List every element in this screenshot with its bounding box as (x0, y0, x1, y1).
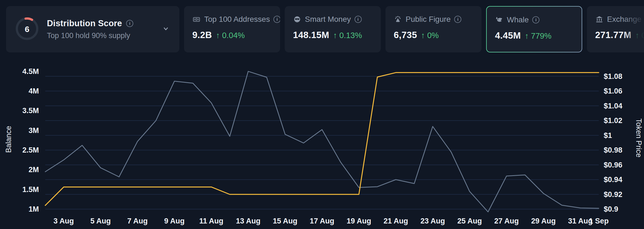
x-axis-tick: 27 Aug (494, 217, 519, 225)
distribution-score-title: Distribution Score (47, 18, 122, 28)
x-axis-tick: 7 Aug (127, 217, 148, 225)
stat-value: 4.45M (495, 30, 521, 41)
info-icon[interactable]: i (355, 16, 362, 23)
x-axis-tick: 11 Aug (199, 217, 223, 225)
y-axis-tick-right: $1.06 (604, 87, 622, 95)
stat-change: ↑ 0.04% (216, 31, 245, 40)
info-icon[interactable]: i (532, 16, 539, 23)
chevron-down-icon[interactable] (162, 25, 170, 34)
distribution-score-card[interactable]: 6 Distribution Score i Top 100 hold 90% … (6, 6, 179, 52)
x-axis-tick: 15 Aug (273, 217, 297, 225)
token-price-line-series (45, 73, 599, 205)
stat-value: 9.2B (192, 30, 212, 40)
y-axis-tick-left: 2.5M (22, 146, 39, 154)
public-figure-icon (394, 15, 402, 23)
y-axis-tick-right: $1.04 (604, 102, 622, 110)
stat-card-exchange[interactable]: Exchange i 271.77M ↑ 0% (587, 6, 644, 52)
x-axis-tick: 9 Aug (164, 217, 185, 225)
stat-title: Whale (507, 15, 529, 24)
x-axis-tick: 17 Aug (310, 217, 334, 225)
distribution-score-subtitle: Top 100 hold 90% supply (47, 31, 133, 40)
info-icon[interactable]: i (273, 16, 280, 23)
whale-icon (495, 16, 503, 24)
y-axis-tick-right: $0.92 (604, 190, 622, 199)
y-axis-tick-left: 3.5M (22, 106, 39, 115)
stat-card-top-100-addresses[interactable]: Top 100 Addresses i 9.2B ↑ 0.04% (184, 6, 280, 52)
x-axis-tick: 5 Aug (91, 217, 111, 225)
y-axis-tick-left: 1M (28, 205, 39, 213)
stat-change: ↑ 779% (525, 31, 552, 41)
y-axis-tick-right: $1.08 (604, 72, 622, 81)
stat-value: 148.15M (293, 30, 329, 40)
x-axis-tick: 3 Aug (54, 217, 74, 225)
distribution-score-gauge: 6 (14, 16, 40, 42)
stat-title: Smart Money (305, 15, 351, 24)
stat-change: ↑ 0.13% (333, 31, 362, 40)
banknote-icon (192, 15, 201, 23)
y-axis-tick-left: 2M (28, 166, 39, 174)
stat-title: Public Figure (406, 15, 451, 24)
x-axis-tick: 23 Aug (421, 217, 445, 225)
y-axis-tick-right: $1 (604, 131, 612, 140)
y-axis-tick-left: 3M (28, 126, 39, 135)
y-axis-tick-right: $0.9 (604, 205, 618, 213)
y-axis-tick-right: $1.02 (604, 116, 622, 125)
y-axis-tick-left: 4M (28, 87, 39, 95)
y-axis-tick-right: $0.98 (604, 146, 622, 154)
info-icon[interactable]: i (126, 20, 133, 27)
x-axis-tick: 13 Aug (236, 217, 260, 225)
left-axis-title: Balance (4, 126, 13, 153)
bank-icon (595, 15, 603, 23)
y-axis-tick-left: 1.5M (22, 185, 39, 194)
info-icon[interactable]: i (454, 16, 461, 23)
stat-value: 271.77M (595, 30, 631, 40)
distribution-score-value: 6 (25, 25, 30, 34)
x-axis-tick: 19 Aug (347, 217, 371, 225)
x-axis-tick: 1 Sep (589, 217, 609, 225)
stat-title: Top 100 Addresses (204, 15, 270, 24)
x-axis-tick: 21 Aug (384, 217, 408, 225)
right-axis-title: Token Price (635, 118, 643, 157)
y-axis-tick-right: $0.96 (604, 161, 622, 169)
x-axis-tick: 29 Aug (531, 217, 556, 225)
stats-cards-row: 6 Distribution Score i Top 100 hold 90% … (6, 6, 644, 52)
x-axis-tick: 25 Aug (457, 217, 482, 225)
stat-title: Exchange (607, 15, 642, 24)
stat-change: ↑ 0% (421, 31, 439, 40)
stat-value: 6,735 (394, 30, 417, 40)
text-fade-overlay (622, 6, 644, 52)
y-axis-tick-right: $0.94 (604, 175, 622, 184)
stat-card-public-figure[interactable]: Public Figure i 6,735 ↑ 0% (385, 6, 481, 52)
stat-change: ↑ 0% (635, 31, 644, 40)
stat-card-smart-money[interactable]: Smart Money i 148.15M ↑ 0.13% (285, 6, 381, 52)
balance-line-series (45, 71, 599, 212)
y-axis-tick-left: 4.5M (22, 67, 39, 76)
smart-money-icon (293, 15, 301, 23)
stat-card-whale[interactable]: Whale i 4.45M ↑ 779% (486, 6, 582, 52)
